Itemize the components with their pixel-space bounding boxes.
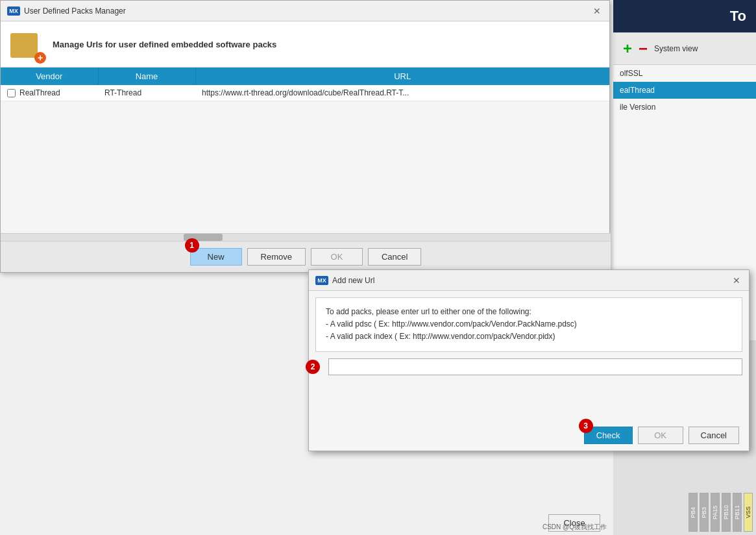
pin-vss: VSS [744,493,753,532]
pin-pa15: PA15 [711,493,720,532]
url-cell: https://www.rt-thread.org/download/cube/… [195,85,609,101]
sidebar-list: olfSSL ealThread ile Version [613,65,756,116]
vendor-cell: RealThread [1,85,98,101]
table-header-row: Vendor Name URL [1,68,609,85]
pin-pb10: PB10 [722,493,731,532]
dialog-instruction-area: To add packs, please enter url to either… [315,297,742,352]
dialog-titlebar: MX Add new Url ✕ [309,270,749,291]
dialog-mx-logo: MX [315,276,328,285]
remove-button[interactable]: − [639,41,648,56]
step-3-badge: 3 [579,419,593,433]
right-panel: To + − System view olfSSL ealThread ile … [613,0,756,535]
dialog-title-text: Add new Url [332,276,374,285]
step-1-badge: 1 [185,238,199,253]
col-vendor: Vendor [1,68,98,85]
dialog-close-button[interactable]: ✕ [731,275,742,286]
sidebar-item-wolfssl[interactable]: olfSSL [613,65,756,82]
system-view-label: System view [654,44,698,53]
window-description-text: Manage Urls for user defined embedded so… [53,40,276,49]
pin-pb4: PB4 [689,493,698,532]
pin-pb3: PB3 [700,493,709,532]
sidebar-item-realthread[interactable]: ealThread [613,82,756,99]
instruction-text: To add packs, please enter url to either… [326,306,732,343]
col-name: Name [98,68,195,85]
header-to-text: To [730,8,746,25]
title-left: MX User Defined Packs Manager [7,6,126,16]
url-input[interactable] [328,358,742,375]
remove-button[interactable]: Remove [247,248,306,266]
right-panel-toolbar: + − System view [613,32,756,65]
pin-pb11: PB11 [733,493,742,532]
col-url: URL [195,68,609,85]
add-url-dialog: MX Add new Url ✕ To add packs, please en… [308,269,750,451]
main-window-footer: 1 New Remove OK Cancel [1,241,611,272]
window-description-area: + Manage Urls for user defined embedded … [1,21,609,68]
row-checkbox[interactable] [7,89,16,97]
mx-logo-icon: MX [7,6,20,16]
pack-icon: + [10,28,43,60]
table-row: RealThread RT-Thread https://www.rt-thre… [1,85,609,101]
sidebar-item-version[interactable]: ile Version [613,99,756,116]
pack-box-icon [10,33,38,58]
right-panel-header: To [613,0,756,32]
dialog-ok-button[interactable]: OK [638,427,683,444]
step-2-badge: 2 [306,360,320,374]
add-button[interactable]: + [623,41,632,56]
main-window: MX User Defined Packs Manager ✕ + Manage… [0,0,610,273]
packs-table: Vendor Name URL RealThread RT-Thread htt… [1,68,609,101]
dialog-cancel-button[interactable]: Cancel [689,427,739,444]
main-window-titlebar: MX User Defined Packs Manager ✕ [1,1,609,21]
dialog-title-left: MX Add new Url [315,276,374,285]
new-button[interactable]: New [190,248,242,266]
horizontal-scrollbar[interactable] [1,233,611,241]
cancel-button[interactable]: Cancel [368,248,421,266]
dialog-footer: 3 Check OK Cancel [574,420,749,451]
main-window-close-button[interactable]: ✕ [591,5,603,17]
pack-plus-icon: + [34,52,46,64]
name-cell: RT-Thread [98,85,195,101]
ok-button[interactable]: OK [311,248,363,266]
dialog-input-area: 2 [309,358,749,375]
main-window-title: User Defined Packs Manager [24,6,126,16]
watermark-text: CSDN @Q彼我找工作 [543,523,607,532]
